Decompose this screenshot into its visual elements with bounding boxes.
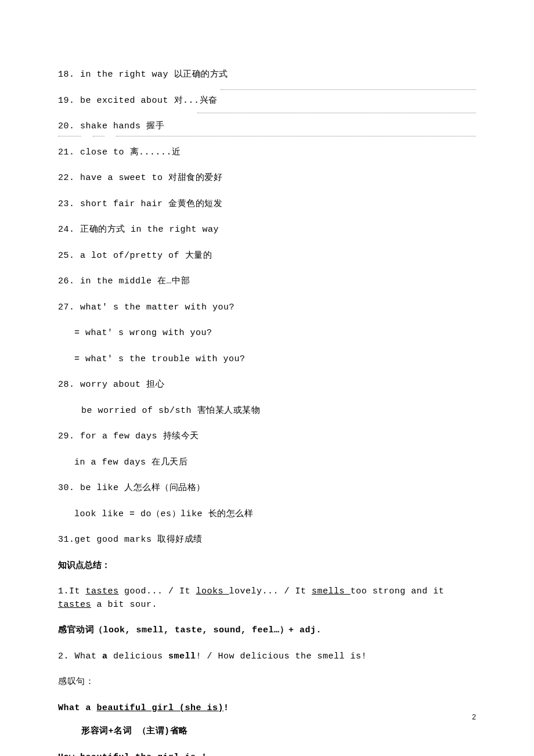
grammar-rule: 感官动词（look, smell, taste, sound, feel…）+ …	[58, 624, 476, 638]
example-sentence: How beautiful the girl is !	[58, 751, 476, 757]
list-item: 30. be like 人怎么样（问品格）	[58, 482, 476, 495]
decorative-dotted-line	[116, 136, 476, 136]
decorative-dotted-line	[221, 89, 476, 90]
underlined-word: smells	[312, 586, 351, 596]
decorative-dotted-line	[93, 136, 104, 136]
document-page: 18. in the right way 以正确的方式 19. be excit…	[0, 0, 534, 756]
grammar-label: 感叹句：	[58, 676, 476, 689]
list-item: 29. for a few days 持续今天	[58, 430, 476, 444]
underlined-word: tastes	[58, 600, 91, 610]
text-fragment: lovely... / It	[229, 586, 312, 596]
list-subitem: look like = do（es）like 长的怎么样	[58, 508, 476, 521]
list-item: 24. 正确的方式 in the right way	[58, 224, 476, 237]
text-fragment: How	[58, 753, 80, 757]
example-sentence: 1.It tastes good... / It looks lovely...…	[58, 585, 476, 611]
annotation: 形容词+名词 （主谓)省略	[58, 725, 476, 739]
text-fragment: !	[223, 703, 229, 713]
underlined-word: tastes	[86, 586, 119, 596]
text-fragment: 1.It	[58, 586, 86, 596]
decorative-dotted-line	[58, 136, 81, 136]
text-fragment: delicious	[108, 651, 169, 661]
text-fragment: a bit sour.	[91, 600, 157, 610]
list-subitem: = what' s wrong with you?	[58, 327, 476, 340]
example-sentence: What a beautiful girl (she is)!	[58, 702, 476, 715]
list-item: 20. shake hands 握手	[58, 120, 476, 134]
list-item: 26. in the middle 在…中部	[58, 275, 476, 289]
list-subitem: = what' s the trouble with you?	[58, 353, 476, 366]
list-item: 25. a lot of/pretty of 大量的	[58, 250, 476, 263]
text-fragment: 2. What	[58, 651, 102, 661]
text-fragment: !	[196, 753, 207, 757]
bold-word: smell	[168, 651, 196, 661]
decorative-dotted-line	[197, 113, 476, 113]
list-subitem: be worried of sb/sth 害怕某人或某物	[58, 405, 476, 418]
list-item: 22. have a sweet to 对甜食的爱好	[58, 172, 476, 185]
text-fragment: good... / It	[119, 586, 196, 596]
underlined-phrase: beautiful girl (she is)	[97, 703, 224, 713]
text-fragment: What a	[58, 703, 97, 713]
list-item: 21. close to 离......近	[58, 146, 476, 160]
list-item: 19. be excited about 对...兴奋	[58, 95, 476, 108]
list-item: 18. in the right way 以正确的方式	[58, 69, 476, 82]
section-heading: 知识点总结：	[58, 560, 476, 573]
underlined-phrase: beautiful the girl is	[80, 753, 196, 757]
example-sentence: 2. What a delicious smell! / How delicio…	[58, 650, 476, 664]
page-number: 2	[472, 713, 476, 721]
list-item: 31.get good marks 取得好成绩	[58, 534, 476, 547]
list-subitem: in a few days 在几天后	[58, 456, 476, 470]
text-fragment: too strong and it	[351, 586, 445, 596]
underlined-word: looks	[196, 586, 229, 596]
list-item: 23. short fair hair 金黄色的短发	[58, 198, 476, 211]
text-fragment: ! / How delicious the smell is!	[196, 651, 367, 661]
list-item: 27. what' s the matter with you?	[58, 301, 476, 315]
list-item: 28. worry about 担心	[58, 379, 476, 392]
bold-word: a	[102, 651, 108, 661]
